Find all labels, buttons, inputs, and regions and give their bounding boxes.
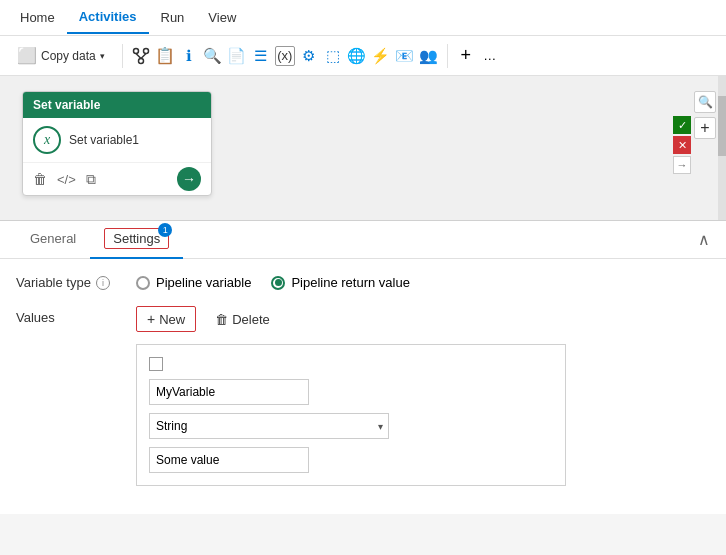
properties-panel: General Settings 1 ∧ Variable type i Pip… — [0, 221, 726, 514]
menu-run[interactable]: Run — [149, 2, 197, 33]
canvas-scrollbar[interactable] — [718, 76, 726, 220]
pipeline-return-radio[interactable]: Pipeline return value — [271, 275, 410, 290]
delete-button[interactable]: 🗑 Delete — [204, 307, 281, 332]
node-title: Set variable — [33, 98, 100, 112]
checkbox-row — [149, 357, 553, 371]
mail-icon[interactable]: 📧 — [395, 46, 415, 66]
teams-icon[interactable]: 👥 — [419, 46, 439, 66]
toolbar-separator-1 — [122, 44, 123, 68]
more-toolbar-icon[interactable]: … — [480, 46, 500, 66]
menu-activities[interactable]: Activities — [67, 1, 149, 34]
pipeline-variable-label: Pipeline variable — [156, 275, 251, 290]
variable-x-label: x — [44, 132, 50, 148]
pipeline-variable-radio-circle — [136, 276, 150, 290]
toolbar: ⬜ Copy data ▾ 📋 ℹ 🔍 📄 ☰ (x) ⚙ ⬚ 🌐 ⚡ 📧 👥 … — [0, 36, 726, 76]
search-canvas-button[interactable]: 🔍 — [694, 91, 716, 113]
tab-settings[interactable]: Settings 1 — [90, 220, 183, 259]
menu-view[interactable]: View — [196, 2, 248, 33]
pipeline-icon[interactable]: 📋 — [155, 46, 175, 66]
svg-point-1 — [143, 48, 148, 53]
values-label: Values — [16, 306, 116, 325]
tab-general[interactable]: General — [16, 223, 90, 256]
arrow-status-icon: → — [673, 156, 691, 174]
toolbar-separator-2 — [447, 44, 448, 68]
svg-line-3 — [136, 53, 141, 58]
variable-icon[interactable]: (x) — [275, 46, 295, 66]
pipeline-variable-radio[interactable]: Pipeline variable — [136, 275, 251, 290]
canvas-scrollbar-thumb[interactable] — [718, 96, 726, 156]
menu-home[interactable]: Home — [8, 2, 67, 33]
tab-settings-badge: 1 — [158, 223, 172, 237]
copy-data-dropdown-icon[interactable]: ▾ — [100, 51, 105, 61]
settings-tab-border: Settings 1 — [104, 228, 169, 249]
variable-type-label: Variable type — [16, 275, 91, 290]
copy-data-icon: ⬜ — [17, 46, 37, 65]
delete-button-label: Delete — [232, 312, 270, 327]
info-toolbar-icon[interactable]: ℹ — [179, 46, 199, 66]
node-body: x Set variable1 — [23, 118, 211, 162]
canvas-side-controls: 🔍 + — [694, 91, 716, 139]
row-checkbox[interactable] — [149, 357, 163, 371]
activity-icon[interactable]: ⬚ — [323, 46, 343, 66]
new-button-label: New — [159, 312, 185, 327]
variable-type-row: Variable type i Pipeline variable Pipeli… — [16, 275, 710, 290]
pipeline-return-label: Pipeline return value — [291, 275, 410, 290]
type-select-wrapper: String Integer Boolean Array Object ▾ — [149, 413, 389, 439]
list-icon[interactable]: ☰ — [251, 46, 271, 66]
variable-type-label-group: Variable type i — [16, 275, 116, 290]
branch-icon[interactable] — [131, 46, 151, 66]
values-row: Values + New 🗑 Delete — [16, 306, 710, 332]
svg-point-2 — [138, 58, 143, 63]
value-input[interactable] — [149, 447, 309, 473]
node-status-icons: ✓ ✕ → — [673, 116, 691, 174]
zoom-in-button[interactable]: + — [694, 117, 716, 139]
menubar: Home Activities Run View — [0, 0, 726, 36]
lightning-icon[interactable]: ⚡ — [371, 46, 391, 66]
type-select[interactable]: String Integer Boolean Array Object — [149, 413, 389, 439]
pipeline-return-radio-circle — [271, 276, 285, 290]
canvas-area: Set variable x Set variable1 🗑 </> ⧉ → ✓… — [0, 76, 726, 221]
pipeline-return-radio-dot — [275, 279, 282, 286]
variable-node-icon: x — [33, 126, 61, 154]
delete-node-icon[interactable]: 🗑 — [33, 171, 47, 187]
copy-data-label: Copy data — [41, 49, 96, 63]
grid-container: String Integer Boolean Array Object ▾ — [136, 344, 566, 486]
tabs-bar: General Settings 1 ∧ — [0, 221, 726, 259]
error-status-icon: ✕ — [673, 136, 691, 154]
node-next-button[interactable]: → — [177, 167, 201, 191]
tab-settings-label: Settings — [113, 231, 160, 246]
node-header: Set variable — [23, 92, 211, 118]
gear-icon[interactable]: ⚙ — [299, 46, 319, 66]
code-node-icon[interactable]: </> — [57, 172, 76, 187]
copy-node-icon[interactable]: ⧉ — [86, 171, 96, 188]
doc-icon[interactable]: 📄 — [227, 46, 247, 66]
plus-icon: + — [147, 311, 155, 327]
svg-line-4 — [141, 53, 146, 58]
trash-icon: 🗑 — [215, 312, 228, 327]
node-body-label: Set variable1 — [69, 133, 139, 147]
tabs-collapse-button[interactable]: ∧ — [698, 230, 710, 249]
globe-icon[interactable]: 🌐 — [347, 46, 367, 66]
info-icon-text: i — [102, 278, 104, 288]
node-footer: 🗑 </> ⧉ → — [23, 162, 211, 195]
copy-data-button[interactable]: ⬜ Copy data ▾ — [8, 41, 114, 70]
variable-type-radio-group: Pipeline variable Pipeline return value — [136, 275, 410, 290]
new-button[interactable]: + New — [136, 306, 196, 332]
variable-name-input[interactable] — [149, 379, 309, 405]
settings-content: Variable type i Pipeline variable Pipeli… — [0, 259, 726, 514]
search-toolbar-icon[interactable]: 🔍 — [203, 46, 223, 66]
set-variable-node[interactable]: Set variable x Set variable1 🗑 </> ⧉ → — [22, 91, 212, 196]
success-status-icon: ✓ — [673, 116, 691, 134]
grid-row: String Integer Boolean Array Object ▾ — [149, 357, 553, 473]
add-toolbar-icon[interactable]: + — [456, 46, 476, 66]
values-controls: + New 🗑 Delete — [136, 306, 281, 332]
variable-type-info-icon[interactable]: i — [96, 276, 110, 290]
svg-point-0 — [133, 48, 138, 53]
